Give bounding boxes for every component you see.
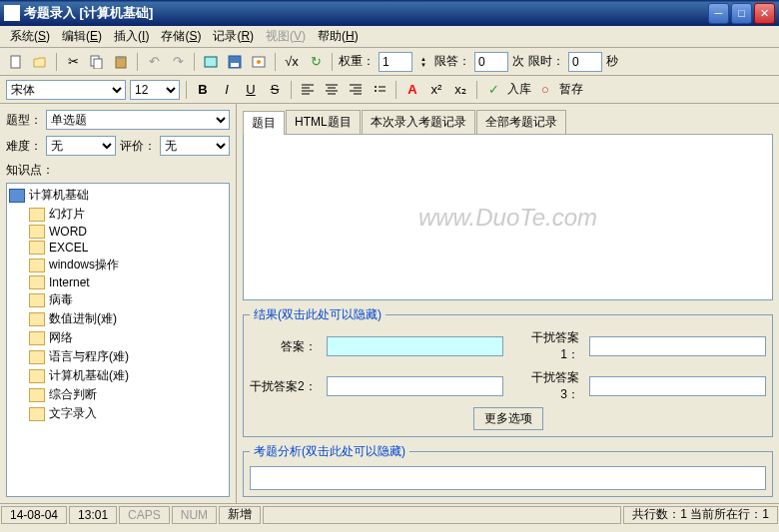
tree-item[interactable]: windows操作 bbox=[9, 256, 227, 274]
svg-rect-4 bbox=[118, 56, 124, 59]
menubar: 系统(S) 编辑(E) 插入(I) 存储(S) 记录(R) 视图(V) 帮助(H… bbox=[0, 26, 779, 48]
distractor3-input[interactable] bbox=[589, 376, 766, 396]
paste-icon[interactable] bbox=[111, 52, 131, 72]
subscript-icon[interactable]: x₂ bbox=[450, 80, 470, 100]
knowledge-tree[interactable]: 计算机基础 幻灯片WORDEXCELwindows操作Internet病毒数值进… bbox=[6, 183, 230, 497]
size-select[interactable]: 12 bbox=[130, 80, 180, 100]
folder-icon bbox=[29, 275, 45, 289]
new-icon[interactable] bbox=[6, 52, 26, 72]
italic-icon[interactable]: I bbox=[217, 80, 237, 100]
weight-input[interactable]: 1 bbox=[379, 52, 412, 72]
attach-icon[interactable] bbox=[249, 52, 269, 72]
redo-icon[interactable]: ↷ bbox=[168, 52, 188, 72]
svg-rect-7 bbox=[231, 63, 239, 67]
bullets-icon[interactable] bbox=[370, 80, 390, 100]
status-new: 新增 bbox=[219, 506, 261, 524]
type-select[interactable]: 单选题 bbox=[46, 110, 230, 130]
tree-item[interactable]: EXCEL bbox=[9, 240, 227, 256]
undo-icon[interactable]: ↶ bbox=[144, 52, 164, 72]
font-color-icon[interactable]: A bbox=[402, 80, 422, 100]
menu-help[interactable]: 帮助(H) bbox=[312, 26, 365, 47]
font-select[interactable]: 宋体 bbox=[6, 80, 126, 100]
temp-label[interactable]: 暂存 bbox=[559, 81, 583, 98]
menu-insert[interactable]: 插入(I) bbox=[108, 26, 155, 47]
store-check-icon[interactable]: ✓ bbox=[483, 80, 503, 100]
status-time: 13:01 bbox=[69, 506, 117, 524]
svg-point-9 bbox=[257, 60, 261, 64]
analysis-input[interactable] bbox=[250, 466, 766, 490]
store-label[interactable]: 入库 bbox=[507, 81, 531, 98]
minimize-button[interactable]: ─ bbox=[708, 3, 729, 24]
cut-icon[interactable]: ✂ bbox=[63, 52, 83, 72]
right-panel: 题目 HTML题目 本次录入考题记录 全部考题记录 www.DuoTe.com … bbox=[237, 104, 779, 503]
status-num: NUM bbox=[172, 506, 217, 524]
distractor2-input[interactable] bbox=[327, 376, 503, 396]
question-editor[interactable]: www.DuoTe.com bbox=[243, 135, 773, 300]
menu-edit[interactable]: 编辑(E) bbox=[56, 26, 108, 47]
open-icon[interactable] bbox=[30, 52, 50, 72]
tree-item[interactable]: 数值进制(难) bbox=[9, 309, 227, 328]
tabs: 题目 HTML题目 本次录入考题记录 全部考题记录 bbox=[243, 110, 773, 135]
rating-select[interactable]: 无 bbox=[160, 136, 230, 156]
align-left-icon[interactable] bbox=[298, 80, 318, 100]
menu-record[interactable]: 记录(R) bbox=[207, 26, 260, 47]
status-rows: 共行数：1 当前所在行：1 bbox=[623, 506, 778, 524]
folder-icon bbox=[29, 407, 45, 421]
close-button[interactable]: ✕ bbox=[754, 3, 775, 24]
tree-item[interactable]: 计算机基础(难) bbox=[9, 366, 227, 385]
difficulty-select[interactable]: 无 bbox=[46, 136, 116, 156]
menu-save[interactable]: 存储(S) bbox=[155, 26, 207, 47]
folder-icon bbox=[29, 350, 45, 364]
folder-icon bbox=[29, 369, 45, 383]
toolbar-main: ✂ ↶ ↷ √x ↻ 权重： 1 ▲▼ 限答： 0 次 限时： 0 秒 bbox=[0, 48, 779, 76]
bold-icon[interactable]: B bbox=[193, 80, 213, 100]
temp-check-icon[interactable]: ○ bbox=[535, 80, 555, 100]
strike-icon[interactable]: S bbox=[265, 80, 285, 100]
result-legend[interactable]: 结果(双击此处可以隐藏) bbox=[250, 306, 386, 323]
time-limit-input[interactable]: 0 bbox=[568, 52, 602, 72]
analysis-group: 考题分析(双击此处可以隐藏) bbox=[243, 443, 773, 497]
tab-html[interactable]: HTML题目 bbox=[286, 110, 361, 134]
tree-item[interactable]: 综合判断 bbox=[9, 385, 227, 404]
underline-icon[interactable]: U bbox=[241, 80, 261, 100]
align-center-icon[interactable] bbox=[322, 80, 342, 100]
folder-icon bbox=[29, 208, 45, 222]
menu-view[interactable]: 视图(V) bbox=[260, 26, 312, 47]
image-icon[interactable] bbox=[201, 52, 221, 72]
distractor1-input[interactable] bbox=[589, 336, 766, 356]
superscript-icon[interactable]: x² bbox=[426, 80, 446, 100]
tree-item[interactable]: 网络 bbox=[9, 328, 227, 347]
formula-icon[interactable]: √x bbox=[282, 52, 302, 72]
answer-limit-input[interactable]: 0 bbox=[474, 52, 508, 72]
weight-spinner[interactable]: ▲▼ bbox=[416, 52, 430, 72]
folder-icon bbox=[29, 241, 45, 255]
menu-system[interactable]: 系统(S) bbox=[4, 26, 56, 47]
copy-icon[interactable] bbox=[87, 52, 107, 72]
save-icon[interactable] bbox=[225, 52, 245, 72]
tab-all-records[interactable]: 全部考题记录 bbox=[476, 110, 566, 134]
answer-label: 答案： bbox=[250, 338, 317, 355]
difficulty-label: 难度： bbox=[6, 138, 42, 155]
tab-question[interactable]: 题目 bbox=[243, 111, 285, 135]
maximize-button[interactable]: □ bbox=[731, 3, 752, 24]
answer-input[interactable] bbox=[327, 336, 503, 356]
svg-rect-2 bbox=[94, 59, 102, 69]
weight-label: 权重： bbox=[339, 53, 375, 70]
tree-item[interactable]: 文字录入 bbox=[9, 404, 227, 423]
align-right-icon[interactable] bbox=[346, 80, 366, 100]
svg-point-11 bbox=[375, 90, 377, 92]
distractor1-label: 干扰答案1： bbox=[513, 329, 579, 363]
tree-item[interactable]: WORD bbox=[9, 224, 227, 240]
tree-item[interactable]: 病毒 bbox=[9, 290, 227, 309]
folder-icon bbox=[29, 225, 45, 239]
folder-icon bbox=[29, 312, 45, 326]
tab-session-records[interactable]: 本次录入考题记录 bbox=[362, 110, 475, 134]
reload-icon[interactable]: ↻ bbox=[306, 52, 326, 72]
analysis-legend[interactable]: 考题分析(双击此处可以隐藏) bbox=[250, 443, 409, 460]
tree-item[interactable]: 语言与程序(难) bbox=[9, 347, 227, 366]
tree-item[interactable]: Internet bbox=[9, 274, 227, 290]
svg-rect-0 bbox=[11, 56, 20, 68]
tree-root[interactable]: 计算机基础 bbox=[9, 186, 227, 205]
more-options-button[interactable]: 更多选项 bbox=[473, 407, 543, 430]
tree-item[interactable]: 幻灯片 bbox=[9, 205, 227, 224]
